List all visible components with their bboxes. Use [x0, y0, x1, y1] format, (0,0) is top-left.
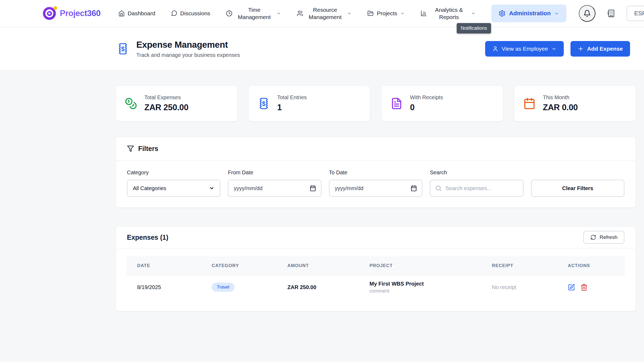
- category-badge: Travel: [212, 283, 235, 292]
- to-date-input[interactable]: [330, 180, 422, 196]
- brand[interactable]: Project360: [43, 7, 101, 20]
- main-content: Total Expenses ZAR 250.00 $ Total Entrie…: [115, 71, 636, 311]
- nav-item-time-management[interactable]: Time Management: [226, 6, 281, 21]
- bar-chart-icon: [420, 10, 427, 17]
- notifications-tooltip: Notifications: [457, 23, 491, 34]
- expense-project-note: comment: [369, 288, 481, 294]
- chevron-down-icon: [554, 11, 559, 16]
- nav-item-analytics-reports[interactable]: Analytics & Reports: [420, 6, 476, 21]
- nav-item-projects[interactable]: Projects: [367, 10, 405, 17]
- nav-item-administration[interactable]: Administration: [491, 5, 566, 22]
- top-navigation-bar: Project360 Dashboard Discussions Time Ma…: [0, 0, 644, 27]
- stat-card-this-month: This Month ZAR 0.00: [514, 85, 636, 121]
- add-expense-button[interactable]: Add Expense: [570, 41, 630, 57]
- calendar-icon: [523, 97, 536, 110]
- logo-notification-dot: [53, 6, 57, 10]
- select-caret-icon: [209, 186, 214, 191]
- edit-expense-button[interactable]: [568, 284, 575, 291]
- to-date-label: To Date: [329, 169, 422, 176]
- brand-name: Project360: [60, 9, 101, 18]
- folder-icon: [367, 10, 374, 17]
- expenses-table: DATE CATEGORY AMOUNT PROJECT RECEIPT ACT…: [126, 256, 625, 299]
- page-title: Expense Management: [136, 40, 240, 50]
- chevron-down-icon: [276, 11, 281, 16]
- stat-card-total-expenses: Total Expenses ZAR 250.00: [115, 85, 237, 121]
- notifications-button[interactable]: [579, 5, 595, 22]
- delete-expense-button[interactable]: [580, 284, 588, 291]
- chat-bubble-icon: [171, 10, 177, 17]
- edit-pencil-icon: [568, 284, 575, 291]
- nav-item-dashboard[interactable]: Dashboard: [118, 10, 155, 17]
- page-header: $ Expense Management Track and manage yo…: [0, 27, 644, 71]
- chevron-down-icon: [347, 11, 352, 16]
- nav-right-cluster: ESRI T: [566, 5, 644, 22]
- stat-card-with-receipts: With Receipts 0: [381, 85, 503, 121]
- plus-icon: [578, 46, 584, 52]
- users-icon: [297, 10, 303, 17]
- file-text-icon: [390, 97, 403, 110]
- category-select[interactable]: All Categories: [127, 180, 220, 197]
- project360-logo-icon: [43, 7, 56, 20]
- refresh-icon: [590, 234, 596, 240]
- to-date-field: To Date: [329, 169, 422, 197]
- receipt-dollar-icon: $: [258, 97, 270, 110]
- view-as-employee-button[interactable]: View as Employee: [485, 41, 564, 57]
- from-date-input[interactable]: [228, 180, 321, 196]
- calendar-icon[interactable]: [310, 185, 316, 191]
- column-header-date: DATE: [126, 256, 201, 275]
- organization-button[interactable]: [607, 9, 616, 18]
- filters-panel: Filters Category All Categories From Dat…: [115, 137, 636, 208]
- main-nav: Dashboard Discussions Time Management Re…: [118, 5, 567, 22]
- bell-icon: [583, 10, 591, 17]
- expense-row: 8/19/2025 Travel ZAR 250.00 My First WBS…: [126, 275, 625, 299]
- stat-card-total-entries: $ Total Entries 1: [248, 85, 370, 121]
- account-selector[interactable]: ESRI T: [627, 6, 644, 21]
- user-icon: [492, 46, 498, 52]
- table-header-row: DATE CATEGORY AMOUNT PROJECT RECEIPT ACT…: [126, 256, 625, 275]
- chevron-down-icon: [551, 46, 557, 51]
- clock-icon: [226, 10, 232, 17]
- clear-filters-button[interactable]: Clear Filters: [531, 180, 624, 197]
- from-date-field: From Date: [228, 169, 321, 197]
- filters-title: Filters: [138, 145, 158, 153]
- nav-item-discussions[interactable]: Discussions: [171, 10, 210, 17]
- search-input[interactable]: [430, 180, 523, 196]
- calendar-icon[interactable]: [411, 185, 417, 191]
- trash-icon: [580, 284, 588, 291]
- column-header-amount: AMOUNT: [277, 256, 359, 275]
- category-field: Category All Categories: [127, 169, 220, 197]
- coins-icon: [125, 97, 137, 110]
- expenses-panel: Expenses (1) Refresh DATE CATEGORY AMOUN…: [115, 226, 636, 311]
- receipt-dollar-icon: $: [117, 43, 129, 55]
- search-icon: [435, 185, 442, 191]
- chevron-down-icon: [400, 11, 405, 16]
- page-subtitle: Track and manage your business expenses: [136, 52, 240, 58]
- from-date-label: From Date: [228, 169, 321, 176]
- nav-item-resource-management[interactable]: Resource Management: [297, 6, 352, 21]
- expense-date: 8/19/2025: [126, 275, 201, 299]
- building-icon: [607, 9, 616, 18]
- category-label: Category: [127, 169, 220, 176]
- filter-funnel-icon: [127, 145, 134, 152]
- column-header-receipt: RECEIPT: [481, 256, 557, 275]
- svg-text:$: $: [121, 46, 125, 53]
- search-field: Search: [430, 169, 523, 197]
- expense-receipt-status: No receipt: [481, 275, 557, 299]
- search-label: Search: [430, 169, 523, 176]
- column-header-actions: ACTIONS: [557, 256, 625, 275]
- stats-row: Total Expenses ZAR 250.00 $ Total Entrie…: [115, 85, 636, 121]
- expenses-title: Expenses (1): [127, 234, 168, 241]
- column-header-project: PROJECT: [359, 256, 481, 275]
- refresh-button[interactable]: Refresh: [583, 231, 624, 244]
- svg-text:$: $: [262, 100, 266, 107]
- expense-amount: ZAR 250.00: [277, 275, 359, 299]
- chevron-down-icon: [471, 11, 476, 16]
- gear-icon: [499, 10, 506, 17]
- home-icon: [118, 10, 125, 17]
- column-header-category: CATEGORY: [201, 256, 277, 275]
- expense-project: My First WBS Project: [369, 281, 481, 287]
